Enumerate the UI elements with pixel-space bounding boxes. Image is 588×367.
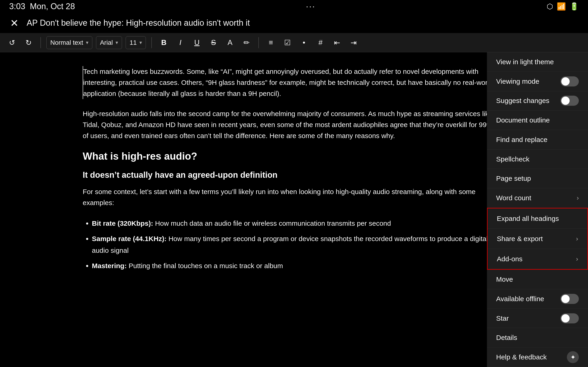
right-panel-menu: View in light theme Viewing mode Suggest… xyxy=(487,52,588,367)
suggest-changes-label: Suggest changes xyxy=(496,97,549,105)
numbered-list-button[interactable]: # xyxy=(314,36,327,49)
expand-all-headings-label: Expand all headings xyxy=(497,215,559,223)
view-light-theme-label: View in light theme xyxy=(496,58,554,66)
bold-button[interactable]: B xyxy=(157,36,170,49)
time: 3:03 xyxy=(9,2,25,11)
menu-item-available-offline[interactable]: Available offline xyxy=(487,289,588,309)
bullet-list-button[interactable]: • xyxy=(297,36,310,49)
toggle-dot xyxy=(561,314,570,323)
viewing-mode-toggle[interactable] xyxy=(561,76,579,86)
text-style-label: Normal text xyxy=(50,39,83,46)
find-replace-label: Find and replace xyxy=(496,136,547,144)
paragraph-3: For some context, let’s start with a few… xyxy=(83,186,496,208)
add-ons-label: Add-ons xyxy=(497,255,523,263)
font-label: Arial xyxy=(100,39,113,46)
menu-item-add-ons[interactable]: Add-ons › xyxy=(488,249,587,269)
date: Mon, Oct 28 xyxy=(30,2,75,11)
list-item: Mastering: Putting the final touches on … xyxy=(92,260,496,272)
three-dots-menu[interactable]: ··· xyxy=(306,2,316,11)
menu-item-page-setup[interactable]: Page setup xyxy=(487,169,588,189)
menu-item-find-replace[interactable]: Find and replace xyxy=(487,130,588,150)
chevron-down-icon: ▾ xyxy=(115,40,118,46)
chevron-down-icon: ▾ xyxy=(139,40,142,46)
font-color-button[interactable]: A xyxy=(224,36,236,49)
menu-item-suggest-changes[interactable]: Suggest changes xyxy=(487,91,588,111)
outdent-button[interactable]: ⇤ xyxy=(330,36,343,49)
undo-button[interactable]: ↺ xyxy=(6,36,18,49)
menu-item-details[interactable]: Details xyxy=(487,328,588,348)
underline-button[interactable]: U xyxy=(190,36,203,49)
title-bar: ✕ AP Don't believe the hype: High-resolu… xyxy=(0,13,588,33)
menu-item-viewing-mode[interactable]: Viewing mode xyxy=(487,72,588,91)
menu-item-star[interactable]: Star xyxy=(487,309,588,328)
document-outline-label: Document outline xyxy=(496,116,550,124)
details-label: Details xyxy=(496,334,517,342)
font-dropdown[interactable]: Arial ▾ xyxy=(96,36,122,49)
chevron-right-icon: › xyxy=(576,255,578,263)
paragraph-2: High-resolution audio falls into the sec… xyxy=(83,108,496,141)
bullet-list: Bit rate (320Kbps): How much data an aud… xyxy=(83,217,496,272)
menu-item-word-count[interactable]: Word count › xyxy=(487,188,588,208)
document-title: AP Don't believe the hype: High-resoluti… xyxy=(27,18,250,28)
menu-item-share-export[interactable]: Share & export › xyxy=(488,229,587,249)
menu-item-help-feedback[interactable]: Help & feedback ✦ xyxy=(487,348,588,367)
battery-icon: 🔋 xyxy=(570,2,579,11)
toolbar-separator-2 xyxy=(151,37,152,48)
main-area: Tech marketing loves buzzwords. Some, li… xyxy=(0,52,588,367)
status-left: 3:03 Mon, Oct 28 xyxy=(9,2,75,11)
status-icons: ⬡ 📶 🔋 xyxy=(547,2,579,11)
toggle-dot xyxy=(561,295,570,303)
menu-item-expand-all-headings[interactable]: Expand all headings xyxy=(488,209,587,229)
align-button[interactable]: ≡ xyxy=(264,36,277,49)
checklist-button[interactable]: ☑ xyxy=(281,36,294,49)
toggle-dot xyxy=(561,97,570,105)
highlighted-menu-section: Expand all headings Share & export › Add… xyxy=(487,208,588,270)
star-label: Star xyxy=(496,315,509,322)
toolbar-separator-3 xyxy=(258,37,259,48)
toolbar-separator-1 xyxy=(40,37,41,48)
menu-item-move[interactable]: Move xyxy=(487,270,588,289)
menu-item-view-light-theme[interactable]: View in light theme xyxy=(487,52,588,72)
toolbar: ↺ ↻ Normal text ▾ Arial ▾ 11 ▾ B I U S A… xyxy=(0,33,588,52)
text-style-dropdown[interactable]: Normal text ▾ xyxy=(46,36,92,49)
status-bar: 3:03 Mon, Oct 28 ··· ⬡ 📶 🔋 xyxy=(0,0,588,13)
strikethrough-button[interactable]: S xyxy=(207,36,220,49)
close-button[interactable]: ✕ xyxy=(7,16,21,30)
highlight-button[interactable]: ✏ xyxy=(240,36,253,49)
wifi-icon: 📶 xyxy=(557,2,566,11)
heading-1: What is high-res audio? xyxy=(83,150,496,162)
share-export-label: Share & export xyxy=(497,235,543,243)
chevron-down-icon: ▾ xyxy=(86,40,88,46)
menu-item-spellcheck[interactable]: Spellcheck xyxy=(487,150,588,169)
redo-button[interactable]: ↻ xyxy=(22,36,35,49)
available-offline-toggle[interactable] xyxy=(561,294,579,304)
toggle-dot xyxy=(561,77,570,85)
help-feedback-label: Help & feedback xyxy=(496,353,547,361)
star-toggle[interactable] xyxy=(561,313,579,323)
chevron-right-icon: › xyxy=(576,235,578,242)
page-setup-label: Page setup xyxy=(496,175,531,182)
indent-button[interactable]: ⇥ xyxy=(347,36,360,49)
move-label: Move xyxy=(496,275,513,283)
italic-button[interactable]: I xyxy=(174,36,187,49)
heading-2: It doesn’t actually have an agreed-upon … xyxy=(83,170,496,180)
paragraph-1: Tech marketing loves buzzwords. Some, li… xyxy=(83,66,496,99)
list-item: Bit rate (320Kbps): How much data an aud… xyxy=(92,217,496,229)
sparkle-icon: ✦ xyxy=(567,351,579,363)
available-offline-label: Available offline xyxy=(496,295,544,303)
font-size-dropdown[interactable]: 11 ▾ xyxy=(126,36,146,49)
bluetooth-icon: ⬡ xyxy=(547,2,553,11)
viewing-mode-label: Viewing mode xyxy=(496,77,539,85)
font-size-label: 11 xyxy=(130,39,137,46)
word-count-label: Word count xyxy=(496,194,531,202)
suggest-changes-toggle[interactable] xyxy=(561,96,579,106)
menu-item-document-outline[interactable]: Document outline xyxy=(487,110,588,130)
chevron-right-icon: › xyxy=(577,194,579,202)
list-item: Sample rate (44.1KHz): How many times pe… xyxy=(92,233,496,256)
spellcheck-label: Spellcheck xyxy=(496,155,529,163)
